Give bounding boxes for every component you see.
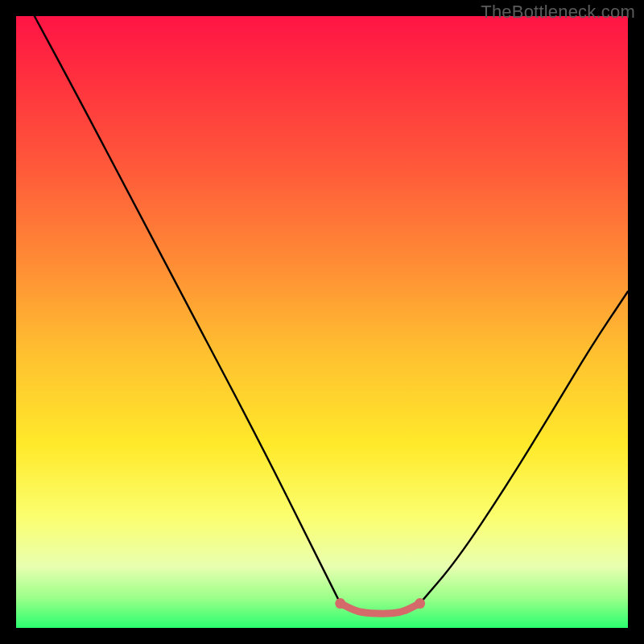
chart-frame: TheBottleneck.com — [0, 0, 644, 644]
curve-left-branch — [35, 16, 341, 604]
optimum-flat-segment — [341, 604, 420, 614]
curve-right-branch — [420, 291, 628, 604]
watermark-text: TheBottleneck.com — [481, 2, 635, 23]
optimum-endpoint-left — [335, 598, 345, 609]
optimum-endpoint-right — [415, 598, 425, 609]
bottleneck-curve-svg — [16, 16, 628, 628]
plot-area — [16, 16, 628, 628]
